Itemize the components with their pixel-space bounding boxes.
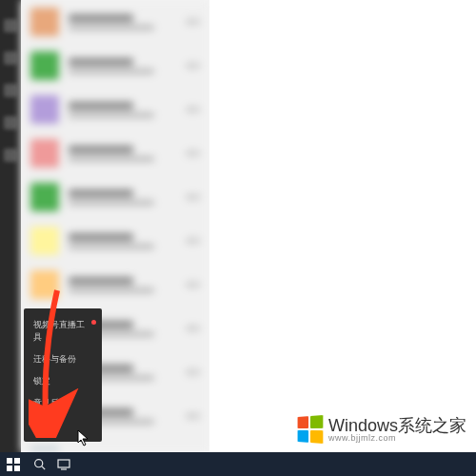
- chat-item[interactable]: [21, 88, 209, 131]
- svg-rect-0: [7, 458, 12, 464]
- avatar: [30, 95, 59, 124]
- chat-item[interactable]: [21, 263, 209, 307]
- main-content-area: [209, 0, 476, 452]
- avatar: [30, 183, 59, 211]
- svg-rect-2: [7, 466, 12, 471]
- search-icon[interactable]: [27, 452, 51, 476]
- app-sidebar: [0, 0, 21, 452]
- menu-item-live-tools[interactable]: 视频号直播工具: [24, 314, 102, 348]
- taskbar-app[interactable]: [76, 452, 105, 476]
- watermark-url: www.bjjmlz.com: [328, 434, 466, 443]
- avatar: [30, 270, 59, 299]
- start-button[interactable]: [0, 452, 27, 476]
- desktop: 视频号直播工具 迁移与备份 锁定 意见反馈 设置: [0, 0, 476, 476]
- avatar: [30, 446, 59, 452]
- sidebar-chat-icon[interactable]: [4, 51, 17, 65]
- taskbar-app[interactable]: [105, 452, 133, 476]
- menu-label: 锁定: [33, 375, 50, 387]
- taskbar: [0, 452, 476, 476]
- taskbar-app[interactable]: [133, 452, 162, 476]
- avatar: [30, 51, 59, 80]
- menu-label: 意见反馈: [33, 397, 68, 409]
- menu-item-backup[interactable]: 迁移与备份: [24, 348, 102, 370]
- menu-label: 迁移与备份: [33, 353, 76, 366]
- chat-item[interactable]: [21, 219, 209, 263]
- task-view-icon[interactable]: [51, 452, 76, 476]
- watermark: Windows系统之家 www.bjjmlz.com: [296, 416, 466, 443]
- avatar: [30, 227, 59, 255]
- hamburger-context-menu: 视频号直播工具 迁移与备份 锁定 意见反馈 设置: [24, 308, 102, 442]
- svg-rect-1: [14, 458, 20, 464]
- watermark-title: Windows系统之家: [328, 417, 466, 434]
- sidebar-favorites-icon[interactable]: [4, 116, 17, 129]
- svg-line-5: [41, 466, 44, 469]
- menu-item-settings[interactable]: 设置: [24, 414, 102, 436]
- chat-item[interactable]: [21, 175, 209, 219]
- sidebar-contacts-icon[interactable]: [4, 84, 17, 97]
- sidebar-avatar-icon[interactable]: [4, 19, 17, 32]
- notification-dot-icon: [91, 320, 96, 325]
- chat-item[interactable]: [21, 131, 209, 175]
- sidebar-files-icon[interactable]: [4, 149, 17, 162]
- svg-rect-6: [58, 460, 69, 467]
- chat-item[interactable]: [21, 44, 209, 88]
- chat-item[interactable]: [21, 0, 209, 44]
- avatar: [30, 8, 59, 36]
- svg-rect-3: [14, 466, 20, 471]
- menu-item-feedback[interactable]: 意见反馈: [24, 392, 102, 414]
- windows-logo-icon: [298, 415, 324, 444]
- svg-point-4: [34, 460, 42, 467]
- menu-label: 视频号直播工具: [33, 319, 92, 344]
- avatar: [30, 139, 59, 168]
- menu-item-lock[interactable]: 锁定: [24, 370, 102, 392]
- menu-label: 设置: [33, 419, 50, 431]
